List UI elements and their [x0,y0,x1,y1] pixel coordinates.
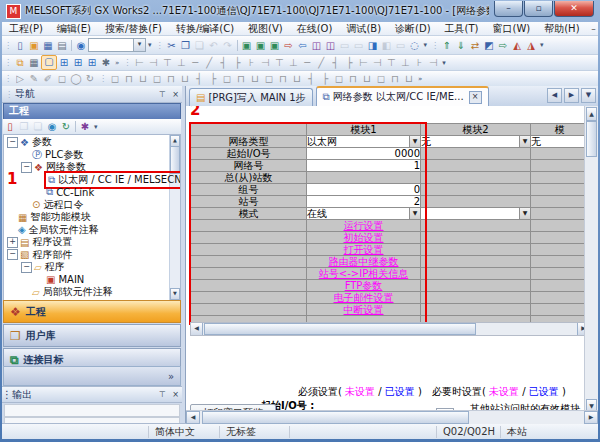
toolbar-grip[interactable]: ⋮ [2,74,13,83]
switcher-collapse-bar[interactable]: » [3,366,181,386]
ladder-symbol-icon[interactable]: ◻ [374,72,388,85]
tree-item[interactable]: ⓅPLC参数 [21,149,84,162]
ladder-symbol-icon[interactable]: ⊓ [122,72,136,85]
ladder-symbol-icon[interactable]: ⊦ [244,56,258,69]
grid-input-cell[interactable]: 0 [307,184,421,196]
tree-item[interactable]: ▦智能功能模块 [7,211,90,224]
toolbar-grip[interactable]: ⋮ [429,41,440,50]
ladder-symbol-icon[interactable]: ├ [206,72,220,85]
edit-tool-icon[interactable]: ◻ [55,72,69,85]
ladder-symbol-icon[interactable]: ├ [318,72,332,85]
toolbar-grip[interactable]: ⋮ [2,58,13,67]
ladder-symbol-icon[interactable]: ⊔ [402,72,416,85]
transfer-icon[interactable]: ⇄ [468,39,482,52]
ladder-symbol-icon[interactable]: ┤ [216,56,230,69]
diagnostics-icon[interactable]: ◨ [366,39,380,52]
tab-scroll-left-icon[interactable]: ◀ [547,88,562,103]
parameter-tool-icon[interactable]: ✱ [99,56,113,69]
maximize-button[interactable]: ▫ [524,1,553,17]
grid-dropdown-cell[interactable]: 在线▼ [307,208,421,220]
ladder-symbol-icon[interactable]: ◻ [220,72,234,85]
document-tab[interactable]: ▤[PRG]写入 MAIN 1步 [189,88,313,106]
ladder-symbol-icon[interactable]: ⊦ [412,56,426,69]
toolbar-overflow-icon[interactable]: » [416,75,424,83]
menu-item[interactable]: 诊断(D) [388,22,438,36]
scroll-up-icon[interactable]: ▲ [586,107,597,121]
toolbar-overflow-icon[interactable]: ▾ [92,123,100,131]
ladder-symbol-icon[interactable]: ╱ [314,56,328,69]
panel-grip[interactable]: ⋮ [2,389,12,400]
tree-item[interactable]: −▱程序 [21,261,65,274]
grid-link-cell[interactable]: FTP参数 [307,280,421,292]
tab-scroll-right-icon[interactable]: ▶ [564,88,579,103]
tree-item[interactable]: ⧉以太网 / CC IE / MELSECNET [35,174,181,187]
print-icon[interactable]: ▤ [55,39,69,52]
upload-icon[interactable]: ⇑ [440,39,454,52]
toolbar-overflow-icon[interactable]: ▾ [146,41,154,49]
module-icon[interactable]: ▦ [27,56,41,69]
ladder-symbol-icon[interactable]: ⊓ [346,72,360,85]
menu-item[interactable]: 转换/编译(C) [169,22,241,36]
tree-item[interactable]: −▧程序部件 [7,249,72,262]
grid-input-cell[interactable]: 2 [307,196,421,208]
ladder-symbol-icon[interactable]: ⊔ [248,72,262,85]
grid-link-cell[interactable]: 运行设置 [307,220,421,232]
menu-item[interactable]: 帮助(H) [537,22,586,36]
window-icon[interactable]: ▢ [41,55,57,70]
copy-icon[interactable]: ❐ [179,39,193,52]
ladder-symbol-icon[interactable]: ⊔ [178,72,192,85]
ladder-symbol-icon[interactable]: ⊔ [360,72,374,85]
grid-view-icon[interactable]: ⊞ [85,56,99,69]
scrollbar-thumb[interactable] [586,121,597,157]
menu-item[interactable]: 视图(V) [241,22,290,36]
close-icon[interactable]: × [169,390,182,399]
scrollbar-thumb[interactable] [170,146,180,174]
edit-tool-icon[interactable]: ▷ [13,72,27,85]
ladder-symbol-icon[interactable]: ⊤ [272,56,286,69]
chevron-down-icon[interactable]: ▼ [519,136,530,147]
pin-icon[interactable]: ⊤ [156,390,169,399]
paste-data-icon[interactable]: ❏ [31,120,45,133]
tree-expander[interactable]: − [7,249,18,260]
optional-unset-link[interactable]: 未设置 [489,386,519,397]
ladder-symbol-icon[interactable]: ├ [342,56,356,69]
ladder-symbol-icon[interactable]: ⊢ [132,56,146,69]
toolbar-combobox[interactable]: ▾ [88,38,146,52]
chevron-down-icon[interactable]: ▼ [409,208,420,219]
scrollbar-thumb[interactable] [204,323,476,335]
ladder-symbol-icon[interactable]: ⊤ [384,56,398,69]
tree-item[interactable]: −❖参数 [7,136,52,149]
grid-dropdown-cell[interactable]: 以太网▼ [307,136,421,148]
help-icon[interactable]: ◉ [74,39,88,52]
ladder-symbol-icon[interactable]: ⊔ [290,72,304,85]
tree-item[interactable]: ▱局部软元件注释 [21,286,113,299]
read-from-plc-icon[interactable]: ⇦ [296,39,310,52]
toolbar-overflow-icon[interactable]: » [113,59,121,67]
ladder-symbol-icon[interactable]: ⊓ [276,72,290,85]
tree-item[interactable]: ◈全局软元件注释 [7,224,99,237]
grid-link-cell[interactable]: 电子邮件设置 [307,292,421,304]
monitor-mode-icon[interactable]: ▣ [268,39,282,52]
setting-link[interactable]: FTP参数 [345,280,383,291]
tree-expander[interactable]: − [7,137,18,148]
setting-link[interactable]: 打开设置 [344,244,384,255]
grid-dropdown-cell[interactable]: ▼ [421,208,531,220]
write-to-plc-icon[interactable]: ⇨ [282,39,296,52]
grid-view-icon[interactable]: ⊞ [71,56,85,69]
toolbar-grip[interactable]: ⋮ [2,41,13,50]
ladder-symbol-icon[interactable]: ⊣ [426,56,440,69]
chevron-down-icon[interactable]: ▾ [133,39,145,51]
minimize-button[interactable]: – [494,1,523,17]
paste-icon[interactable]: ❏ [193,39,207,52]
redo-icon[interactable]: ↷ [221,39,235,52]
ladder-symbol-icon[interactable]: ─ [300,56,314,69]
setting-link[interactable]: 电子邮件设置 [334,292,394,303]
tool-icon[interactable]: ◮ [524,39,538,52]
document-vertical-scrollbar[interactable]: ▲ ▼ [584,106,598,414]
menu-item[interactable]: 工程(P) [2,22,50,36]
grid-input-cell[interactable]: 0000 [307,148,421,160]
required-set-link[interactable]: 已设置 [385,386,415,397]
ladder-symbol-icon[interactable]: ◻ [332,72,346,85]
cut-icon[interactable]: ✂ [165,39,179,52]
refresh-icon[interactable]: ↻ [59,120,73,133]
